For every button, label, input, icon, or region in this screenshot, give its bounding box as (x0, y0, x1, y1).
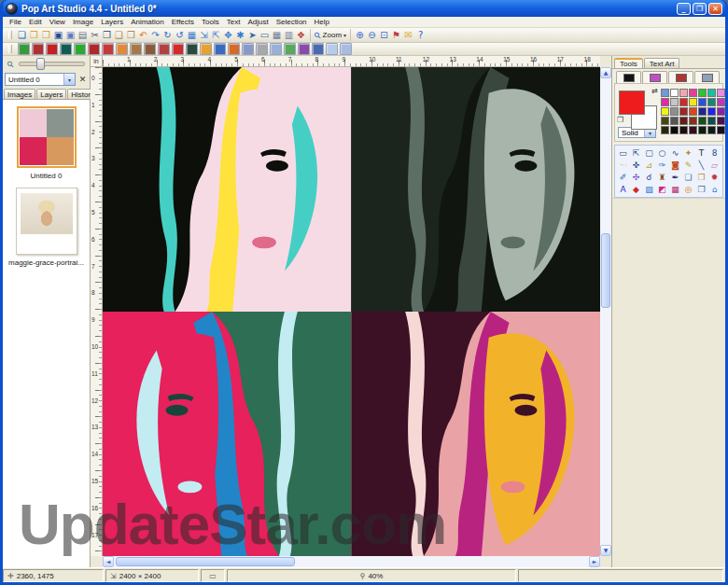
toolbar-button[interactable]: ▣ (52, 29, 64, 41)
toolbar-button[interactable]: ✥ (222, 29, 234, 41)
tool-button[interactable]: ⌂ (708, 184, 721, 195)
toolbar-button[interactable]: ❖ (295, 29, 307, 41)
tool-button[interactable]: ▢ (643, 147, 655, 159)
zoom-dropdown[interactable]: ⚲ Zoom ▾ (310, 29, 351, 41)
menu-item[interactable]: Adjust (244, 18, 272, 26)
palette-swatch[interactable] (717, 107, 725, 116)
left-panel-tab[interactable]: Layers (36, 89, 66, 99)
close-document-button[interactable]: ✕ (77, 73, 88, 86)
effect-preset-button[interactable] (256, 43, 268, 55)
effect-preset-button[interactable] (74, 43, 86, 55)
palette-swatch[interactable] (698, 126, 707, 134)
tool-button[interactable]: ✒ (669, 172, 681, 183)
toolbar-button[interactable]: ⇲ (198, 29, 210, 41)
tool-button[interactable]: T (695, 147, 707, 159)
tool-button[interactable]: ▦ (669, 184, 681, 195)
tool-button[interactable]: 8 (708, 147, 721, 159)
effect-preset-button[interactable] (172, 43, 184, 55)
toolbar-button[interactable]: ✉ (402, 29, 414, 41)
palette-swatch[interactable] (670, 89, 679, 97)
toolbar-button[interactable]: ▦ (186, 29, 198, 41)
tool-button[interactable]: ◎ (682, 184, 694, 195)
tool-button[interactable]: ♜ (656, 172, 668, 183)
slider-thumb[interactable] (36, 58, 45, 70)
palette-swatch[interactable] (698, 89, 707, 97)
toolbar-button[interactable]: ▤ (77, 29, 89, 41)
image-thumbnail-photo[interactable] (16, 188, 77, 255)
tool-button[interactable]: ✎ (682, 160, 694, 171)
palette-swatch[interactable] (661, 89, 669, 97)
toolbar-button[interactable]: ❐ (40, 29, 52, 41)
tab-text-art[interactable]: Text Art (644, 58, 680, 68)
palette-swatch[interactable] (679, 89, 688, 97)
tool-button[interactable]: ○ (656, 147, 668, 159)
palette-swatch[interactable] (698, 117, 707, 125)
palette-swatch[interactable] (698, 107, 707, 116)
palette-swatch[interactable] (661, 107, 669, 116)
toolbar-button[interactable]: ↻ (161, 29, 174, 41)
swap-colors-icon[interactable]: ⇄ (651, 87, 658, 95)
tool-button[interactable]: ▭ (617, 147, 629, 159)
palette-swatch[interactable] (689, 107, 697, 116)
toolbar-button[interactable]: ⊕ (354, 29, 366, 41)
tool-button[interactable]: ▱ (708, 160, 721, 171)
effect-preset-button[interactable] (186, 43, 198, 55)
effect-preset-button[interactable] (102, 43, 114, 55)
palette-swatch[interactable] (707, 89, 716, 97)
palette-swatch[interactable] (679, 107, 688, 116)
menu-item[interactable]: Effects (168, 18, 198, 26)
effect-preset-button[interactable] (228, 43, 240, 55)
effect-preset-button[interactable] (242, 43, 254, 55)
menu-item[interactable]: Tools (198, 18, 223, 26)
scroll-right-icon[interactable]: ► (589, 556, 600, 567)
palette-swatch[interactable] (689, 89, 697, 97)
effect-preset-button[interactable] (326, 43, 338, 55)
close-button[interactable]: ✕ (708, 3, 722, 15)
fill-type-tab[interactable] (668, 71, 693, 83)
palette-swatch[interactable] (689, 117, 697, 125)
effect-preset-button[interactable] (46, 43, 58, 55)
effect-preset-button[interactable] (130, 43, 142, 55)
palette-swatch[interactable] (670, 107, 679, 116)
menu-item[interactable]: Text (223, 18, 245, 26)
toolbar-button[interactable]: ⊡ (378, 29, 390, 41)
effect-preset-button[interactable] (88, 43, 100, 55)
menu-item[interactable]: Image (69, 18, 97, 26)
tool-button[interactable]: ◙ (669, 160, 681, 171)
toolbar-button[interactable]: ➤ (246, 29, 259, 41)
palette-swatch[interactable] (670, 126, 679, 134)
menu-item[interactable]: Help (311, 18, 333, 26)
tool-button[interactable]: ⊿ (643, 160, 655, 171)
palette-swatch[interactable] (670, 98, 679, 106)
tool-button[interactable]: A (617, 184, 629, 195)
palette-swatch[interactable] (679, 126, 688, 134)
effect-preset-button[interactable] (18, 43, 30, 55)
effect-preset-button[interactable] (298, 43, 310, 55)
menu-item[interactable]: View (46, 18, 69, 26)
toolbar-button[interactable]: ↺ (174, 29, 186, 41)
palette-swatch[interactable] (707, 117, 716, 125)
toolbar-button[interactable]: ▣ (64, 29, 77, 41)
canvas-image[interactable] (103, 67, 600, 556)
palette-swatch[interactable] (717, 126, 725, 134)
default-colors-icon[interactable]: ❐ (617, 116, 623, 124)
horizontal-scrollbar[interactable]: ◄ ► (103, 556, 600, 567)
effect-preset-button[interactable] (144, 43, 156, 55)
effect-preset-button[interactable] (158, 43, 170, 55)
effect-preset-button[interactable] (200, 43, 212, 55)
toolbar-button[interactable]: ❒ (28, 29, 40, 41)
effect-preset-button[interactable] (32, 43, 44, 55)
palette-swatch[interactable] (717, 117, 725, 125)
effect-preset-button[interactable] (340, 43, 352, 55)
palette-swatch[interactable] (717, 89, 725, 97)
fill-type-tab[interactable] (694, 71, 720, 83)
vertical-scroll-thumb[interactable] (601, 233, 610, 308)
toolbar-button[interactable]: ▥ (283, 29, 295, 41)
tool-button[interactable]: ◆ (630, 184, 642, 195)
effect-preset-button[interactable] (60, 43, 72, 55)
toolbar-button[interactable]: ❐ (101, 29, 113, 41)
vertical-scrollbar[interactable]: ▲ ▼ (600, 67, 611, 556)
palette-swatch[interactable] (707, 126, 716, 134)
toolbar-button[interactable]: ⇱ (210, 29, 222, 41)
tool-button[interactable]: ⇱ (630, 147, 642, 159)
